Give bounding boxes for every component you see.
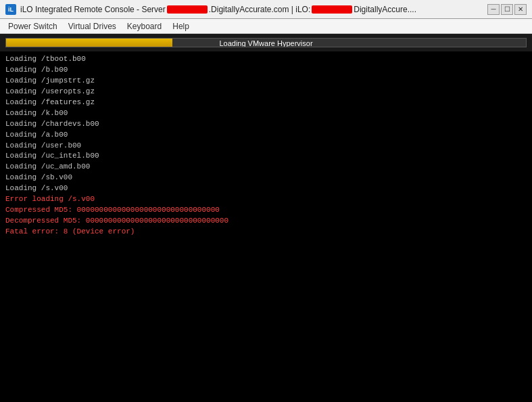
loading-bar-fill bbox=[6, 39, 172, 47]
title-middle: .DigitallyAccurate.com | iLO: bbox=[209, 5, 311, 14]
console-line-10: Loading /uc_intel.b00 bbox=[5, 151, 527, 162]
console-line-11: Loading /uc_amd.b00 bbox=[5, 162, 527, 173]
console-line-13: Loading /s.v00 bbox=[5, 183, 527, 194]
console-line-2: Loading /b.b00 bbox=[5, 65, 527, 76]
console-line-12: Loading /sb.v00 bbox=[5, 173, 527, 183]
console-line-7: Loading /chardevs.b00 bbox=[5, 119, 527, 130]
console-line-4: Loading /useropts.gz bbox=[5, 87, 527, 97]
console-line-17: Fatal error: 8 (Device error) bbox=[5, 227, 527, 238]
menu-keyboard[interactable]: Keyboard bbox=[122, 20, 167, 32]
menu-virtual-drives[interactable]: Virtual Drives bbox=[63, 20, 122, 32]
window-controls: ─ ☐ ✕ bbox=[487, 4, 527, 15]
console-line-6: Loading /k.b00 bbox=[5, 108, 527, 119]
main-content: Loading VMware Hypervisor Loading /tboot… bbox=[0, 34, 532, 402]
title-bar: iL iLO Integrated Remote Console - Serve… bbox=[0, 0, 532, 19]
title-left: iL iLO Integrated Remote Console - Serve… bbox=[5, 4, 416, 15]
console-area[interactable]: Loading /tboot.b00 Loading /b.b00 Loadin… bbox=[0, 51, 532, 402]
console-line-8: Loading /a.b00 bbox=[5, 130, 527, 141]
menu-bar: Power Switch Virtual Drives Keyboard Hel… bbox=[0, 19, 532, 34]
title-prefix: iLO Integrated Remote Console - Server bbox=[20, 5, 166, 14]
minimize-button[interactable]: ─ bbox=[487, 4, 500, 15]
loading-bar-track: Loading VMware Hypervisor bbox=[5, 38, 527, 47]
title-suffix: DigitallyAccure.... bbox=[354, 5, 416, 14]
restore-button[interactable]: ☐ bbox=[501, 4, 513, 15]
menu-power-switch[interactable]: Power Switch bbox=[3, 20, 63, 32]
console-line-9: Loading /user.b00 bbox=[5, 141, 527, 152]
loading-bar-container: Loading VMware Hypervisor bbox=[0, 34, 532, 51]
close-button[interactable]: ✕ bbox=[514, 4, 527, 15]
app-icon: iL bbox=[5, 4, 16, 15]
menu-help[interactable]: Help bbox=[167, 20, 195, 32]
loading-bar-label: Loading VMware Hypervisor bbox=[219, 39, 312, 47]
console-line-3: Loading /jumpstrt.gz bbox=[5, 76, 527, 87]
title-text: iLO Integrated Remote Console - Server.D… bbox=[20, 5, 416, 14]
title-redacted-2 bbox=[312, 5, 352, 14]
console-line-5: Loading /features.gz bbox=[5, 97, 527, 108]
title-redacted-1 bbox=[167, 5, 208, 14]
console-line-15: Compressed MD5: 000000000000000000000000… bbox=[5, 205, 527, 216]
console-line-1: Loading /tboot.b00 bbox=[5, 54, 527, 65]
console-line-14: Error loading /s.v00 bbox=[5, 194, 527, 205]
console-line-16: Decompressed MD5: 0000000000000000000000… bbox=[5, 216, 527, 227]
